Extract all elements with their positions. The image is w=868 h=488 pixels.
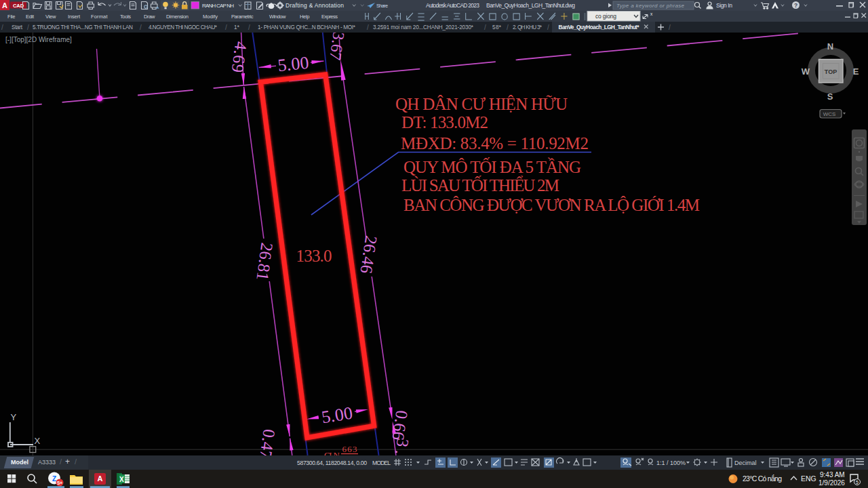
svg-text:5: 5	[856, 480, 859, 485]
svg-text:663: 663	[342, 444, 357, 454]
svg-text:X: X	[35, 436, 41, 446]
svg-text:x: x	[650, 12, 653, 16]
svg-text:TOP: TOP	[825, 68, 837, 75]
svg-text:1- PHAN VUNG QHC...N BCHANH -: 1- PHAN VUNG QHC...N BCHANH - MOI*	[258, 24, 356, 30]
svg-text:E: E	[853, 66, 859, 77]
svg-text:Sign In: Sign In	[716, 2, 732, 9]
svg-text:N: N	[827, 41, 833, 52]
svg-text:co giong: co giong	[595, 13, 616, 20]
svg-text:S: S	[827, 92, 833, 102]
svg-text:5.00: 5.00	[277, 53, 310, 75]
svg-text:BanVe_QuyHoach_LGH_TanNhut*: BanVe_QuyHoach_LGH_TanNhut*	[559, 24, 640, 30]
svg-text:/: /	[507, 24, 509, 31]
svg-text:A: A	[98, 474, 103, 483]
svg-text:A: A	[2, 1, 7, 9]
svg-text:1/9/2026: 1/9/2026	[818, 479, 845, 487]
svg-text:Z: Z	[52, 475, 56, 483]
svg-text:LÙI SAU TỐI THIỂU 2M: LÙI SAU TỐI THIỂU 2M	[401, 176, 559, 195]
svg-text:WCS: WCS	[823, 111, 836, 117]
svg-text:/: /	[484, 24, 486, 31]
svg-text:58*: 58*	[492, 24, 502, 30]
svg-text:Draw: Draw	[144, 14, 155, 20]
svg-text:MĐXD: 83.4% = 110.92M2: MĐXD: 83.4% = 110.92M2	[401, 134, 589, 152]
svg-text:BanVe_QuyHoach_LGH_TanNhut.dwg: BanVe_QuyHoach_LGH_TanNhut.dwg	[486, 2, 575, 9]
svg-text:QH DÂN CƯ HIỆN HỮU: QH DÂN CƯ HIỆN HỮU	[395, 95, 568, 113]
svg-text:23°C Có nắng: 23°C Có nắng	[743, 474, 782, 483]
svg-text:Insert: Insert	[68, 14, 81, 20]
svg-text:BAN CÔNG ĐƯỢC VƯƠN RA LỘ GIỚI: BAN CÔNG ĐƯỢC VƯƠN RA LỘ GIỚI 1.4M	[403, 196, 700, 214]
svg-text:2. QH KHU 3*: 2. QH KHU 3*	[513, 24, 542, 30]
svg-text:Decimal: Decimal	[734, 460, 757, 466]
svg-text:Tools: Tools	[120, 14, 131, 20]
svg-text:?: ?	[794, 2, 797, 9]
svg-text:RANH CAP NH: RANH CAP NH	[202, 3, 234, 9]
svg-text:3.2591 moi nam 20...CHANH_2021: 3.2591 moi nam 20...CHANH_2021-2030*	[373, 24, 474, 30]
svg-text:File: File	[7, 14, 16, 20]
svg-text:Help: Help	[300, 14, 310, 20]
svg-text:Window: Window	[269, 14, 286, 20]
svg-text:Autodesk AutoCAD 2023: Autodesk AutoCAD 2023	[426, 2, 479, 9]
svg-text:/: /	[547, 24, 549, 31]
svg-text:Dimension: Dimension	[166, 14, 189, 20]
svg-text:133.0: 133.0	[296, 247, 332, 265]
svg-text:1:1 / 100%: 1:1 / 100%	[656, 460, 686, 466]
svg-text:Start: Start	[12, 24, 23, 30]
svg-text:MODEL: MODEL	[372, 460, 391, 466]
svg-text:1*: 1*	[234, 24, 240, 30]
svg-text:[-][Top][2D Wireframe]: [-][Top][2D Wireframe]	[5, 36, 72, 43]
svg-text:9:43 AM: 9:43 AM	[820, 471, 845, 479]
svg-text:Format: Format	[91, 14, 108, 20]
svg-text:Y: Y	[11, 412, 17, 422]
svg-text:Express: Express	[321, 14, 338, 20]
svg-text:View: View	[45, 14, 56, 20]
svg-text:Drafting & Annotation: Drafting & Annotation	[285, 2, 344, 9]
svg-text:ENG: ENG	[801, 474, 816, 483]
svg-text:587300.64, 1182048.14, 0.00: 587300.64, 1182048.14, 0.00	[297, 460, 367, 466]
svg-text:Edit: Edit	[26, 14, 35, 20]
svg-text:/: /	[1, 24, 3, 31]
svg-text:/: /	[27, 24, 29, 31]
svg-text:W: W	[802, 66, 810, 77]
svg-text:/: /	[225, 24, 227, 31]
svg-text:/: /	[669, 24, 671, 31]
svg-text:Parametric: Parametric	[231, 14, 254, 20]
svg-text:Modify: Modify	[203, 14, 218, 20]
svg-text:S+: S+	[57, 481, 62, 485]
svg-text:/: /	[367, 24, 369, 31]
svg-text:X: X	[119, 476, 124, 483]
svg-text:5.TRUONG THI THA...NG THI THAN: 5.TRUONG THI THA...NG THI THANH LAN	[33, 24, 133, 30]
svg-text:/: /	[248, 24, 250, 31]
svg-text:QUY MÔ TỐI ĐA 5 TẦNG: QUY MÔ TỐI ĐA 5 TẦNG	[403, 157, 581, 176]
svg-text:DT: 133.0M2: DT: 133.0M2	[401, 113, 488, 131]
svg-text:Type a keyword or phrase: Type a keyword or phrase	[616, 3, 685, 9]
svg-text:Share: Share	[376, 3, 388, 9]
svg-text:4.NGUYEN THI NGOC CHAU*: 4.NGUYEN THI NGOC CHAU*	[149, 24, 218, 30]
svg-text:/: /	[140, 24, 142, 31]
